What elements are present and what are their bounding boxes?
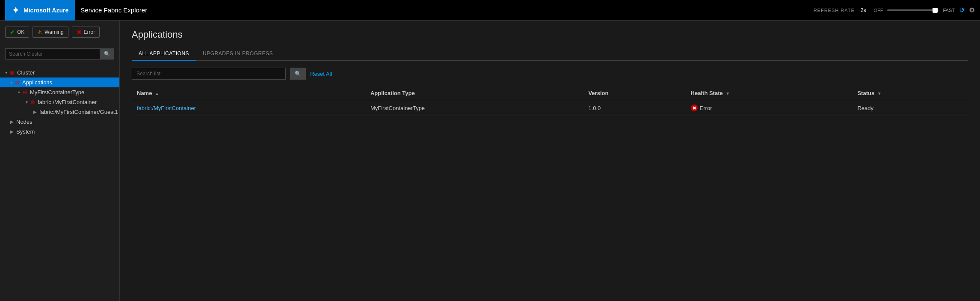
error-icon: ✖ [77,29,82,36]
fabric-myfirstcontainer-label: fabric:/MyFirstContainer [38,99,97,105]
cluster-chevron-icon: ▾ [5,70,7,75]
page-title: Applications [132,29,968,40]
cluster-tree: ▾ ⊗ Cluster ▾ ⊗ Applications ▾ ⊗ MyFirst… [0,64,119,301]
applications-label: Applications [22,79,52,86]
applications-error-icon: ⊗ [15,79,20,86]
nodes-chevron-icon: ▶ [10,119,14,124]
refresh-rate-value: 2s [861,7,866,13]
list-search-bar: 🔍 Reset All [132,68,968,80]
nodes-label: Nodes [16,119,33,125]
tree-cluster[interactable]: ▾ ⊗ Cluster [0,68,119,77]
tree-fabric-myfirstcontainer[interactable]: ▾ ⊗ fabric:/MyFirstContainer [0,97,119,107]
azure-logo-icon: ✦ [12,5,19,15]
ok-status-button[interactable]: ✔ OK [5,27,29,38]
tree-system[interactable]: ▶ System [0,127,119,137]
cluster-search-icon[interactable]: 🔍 [100,48,114,60]
app-type-value: MyFirstContainerType [370,105,425,111]
col-application-type: Application Type [365,86,583,100]
refresh-off-label: OFF [873,8,883,13]
cell-name: fabric:/MyFirstContainer [132,100,365,116]
status-bar: ✔ OK ⚠ Warning ✖ Error [0,21,119,44]
status-filter-icon[interactable]: ▼ [877,91,882,96]
refresh-slider-container[interactable] [887,9,939,11]
list-search-icon[interactable]: 🔍 [290,68,306,80]
refresh-slider-thumb [933,8,938,13]
cluster-search-bar: 🔍 [0,44,119,64]
myfirstcontainertype-label: MyFirstContainerType [30,89,84,95]
cell-version: 1.0.0 [583,100,685,116]
topnav-controls: REFRESH RATE 2s OFF FAST ↺ ⚙ [814,6,975,14]
health-state-cell: ✖ Error [691,104,847,111]
app-link[interactable]: fabric:/MyFirstContainer [137,105,196,111]
list-search-input[interactable] [132,68,286,80]
reset-all-button[interactable]: Reset All [310,71,332,77]
tree-applications[interactable]: ▾ ⊗ Applications [0,77,119,87]
table-header-row: Name ▲ Application Type Version Health S… [132,86,968,100]
guest1-label: fabric:/MyFirstContainer/Guest1 [39,109,118,115]
health-state-label: Error [700,105,712,111]
warning-status-button[interactable]: ⚠ Warning [33,27,68,38]
warning-icon: ⚠ [37,29,42,36]
cell-health: ✖ Error [686,100,853,116]
refresh-icon[interactable]: ↺ [959,6,965,14]
tab-upgrades-in-progress[interactable]: UPGRADES IN PROGRESS [196,47,280,61]
system-chevron-icon: ▶ [10,129,14,134]
col-status: Status ▼ [852,86,968,100]
table-row: fabric:/MyFirstContainer MyFirstContaine… [132,100,968,116]
app-version-value: 1.0.0 [588,105,601,111]
col-health-state: Health State ▼ [686,86,853,100]
health-error-icon: ✖ [691,104,698,111]
ok-icon: ✔ [10,29,15,36]
refresh-fast-label: FAST [943,8,955,13]
cell-type: MyFirstContainerType [365,100,583,116]
col-name: Name ▲ [132,86,365,100]
brand-name: Microsoft Azure [24,7,68,14]
tabs-bar: ALL APPLICATIONS UPGRADES IN PROGRESS [132,47,968,61]
applications-table: Name ▲ Application Type Version Health S… [132,86,968,116]
system-label: System [16,128,35,135]
warning-label: Warning [44,29,63,35]
ok-label: OK [17,29,24,35]
status-value: Ready [857,105,873,111]
tab-all-applications[interactable]: ALL APPLICATIONS [132,47,196,61]
tree-nodes[interactable]: ▶ Nodes [0,117,119,127]
error-status-button[interactable]: ✖ Error [72,27,100,38]
name-sort-icon[interactable]: ▲ [155,91,159,96]
error-label: Error [84,29,95,35]
myfirstcontainertype-error-icon: ⊗ [23,89,27,95]
main-content: Applications ALL APPLICATIONS UPGRADES I… [120,21,980,301]
settings-gear-icon[interactable]: ⚙ [969,6,975,14]
refresh-slider[interactable] [887,9,939,11]
app-title: Service Fabric Explorer [80,6,813,14]
tree-fabric-myfirstcontainer-guest1[interactable]: ▶ fabric:/MyFirstContainer/Guest1 [0,107,119,117]
col-version: Version [583,86,685,100]
fabric-myfirstcontainer-chevron-icon: ▾ [26,100,28,104]
brand-logo: ✦ Microsoft Azure [5,0,75,21]
myfirstcontainertype-chevron-icon: ▾ [18,90,20,95]
health-filter-icon[interactable]: ▼ [725,91,730,96]
top-navigation: ✦ Microsoft Azure Service Fabric Explore… [0,0,980,21]
guest1-chevron-icon: ▶ [33,110,37,114]
sidebar: ✔ OK ⚠ Warning ✖ Error 🔍 ▾ ⊗ Cluster [0,21,120,301]
cluster-search-input[interactable] [5,48,100,60]
cluster-label: Cluster [17,69,35,76]
cluster-error-icon: ⊗ [10,69,15,76]
applications-chevron-icon: ▾ [10,80,12,85]
cell-status: Ready [852,100,968,116]
main-layout: ✔ OK ⚠ Warning ✖ Error 🔍 ▾ ⊗ Cluster [0,21,980,301]
fabric-myfirstcontainer-error-icon: ⊗ [30,99,35,105]
tree-myfirstcontainertype[interactable]: ▾ ⊗ MyFirstContainerType [0,87,119,97]
refresh-rate-label: REFRESH RATE [814,8,855,13]
